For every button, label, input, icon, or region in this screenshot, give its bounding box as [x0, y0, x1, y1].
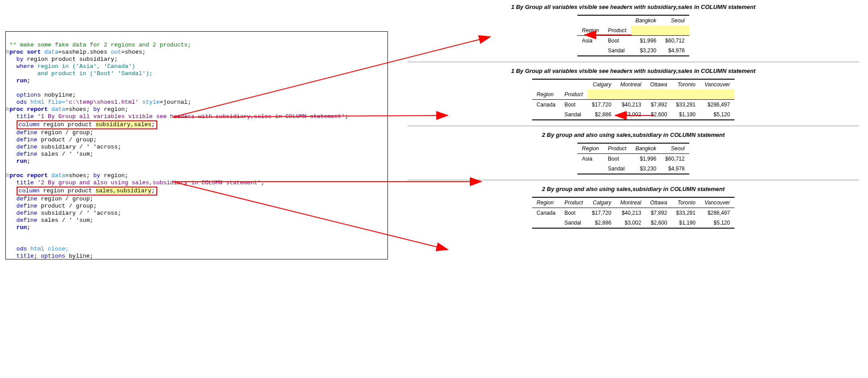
col-city: Ottawa	[646, 197, 672, 208]
cell: $33,291	[672, 100, 700, 110]
cell: Sandal	[560, 218, 587, 228]
val: =shoes;	[65, 106, 93, 113]
fold-icon: ⊟	[5, 49, 9, 56]
col-product: Product	[603, 25, 631, 36]
cell: $17,720	[587, 100, 615, 110]
col-product: Product	[560, 89, 587, 100]
kw: define	[17, 129, 38, 136]
blank-header	[661, 25, 689, 36]
output-pane: 1 By Group all variables visible see hea…	[399, 0, 868, 378]
highlight-box-1: column region product subsidiary,sales;	[17, 120, 157, 129]
opt: data	[41, 49, 58, 55]
cell: $286,497	[700, 100, 735, 110]
col-product: Product	[603, 143, 631, 154]
kw: run;	[17, 224, 30, 231]
cell: $5,120	[700, 218, 735, 228]
report-2-canada: 2 By group and also using sales,subsidia…	[399, 186, 868, 229]
cell: $4,978	[661, 164, 689, 174]
highlight: subsidiary,sales	[95, 121, 151, 128]
fold-icon: ⊟	[5, 106, 9, 113]
report-title: 2 By group and also using sales,subsidia…	[399, 186, 868, 192]
cell: Boot	[560, 100, 587, 110]
str: '1 By Group all variables visible see he…	[34, 113, 345, 120]
blank-header	[616, 89, 646, 100]
val: =sashelp.shoes	[58, 49, 111, 55]
val: sales / ' 'sum;	[37, 217, 93, 224]
col-region: Region	[577, 143, 603, 154]
kw: column	[19, 187, 40, 194]
col-city: Vancouver	[700, 79, 735, 89]
col-city: Montreal	[616, 197, 646, 208]
separator	[408, 62, 859, 62]
cell: Canada	[532, 100, 560, 110]
kw: where	[17, 63, 34, 70]
cell: $1,996	[631, 154, 661, 164]
cell: Boot	[603, 36, 631, 46]
kw: define	[17, 195, 38, 202]
cell: $4,978	[661, 46, 689, 56]
cell: $2,886	[587, 218, 615, 228]
blank-header	[700, 89, 735, 100]
col-city: Vancouver	[700, 197, 735, 208]
cell: $60,712	[661, 154, 689, 164]
col-region: Region	[532, 89, 560, 100]
comment-line: ** make some fake data for 2 regions and…	[9, 42, 191, 48]
col-city: Ottawa	[646, 79, 672, 89]
table-row: Sandal $2,886 $3,002 $2,600 $1,190 $5,12…	[532, 110, 735, 120]
col-city: Calgary	[587, 197, 615, 208]
kw: options	[17, 92, 41, 98]
table-row: Sandal $3,230 $4,978	[577, 46, 689, 56]
kw: column	[19, 121, 40, 128]
cell: $17,720	[587, 208, 615, 218]
cell: $60,712	[661, 36, 689, 46]
report-title: 1 By Group all variables visible see hea…	[399, 68, 868, 74]
val: region / group;	[37, 195, 93, 202]
str: 'c:\temp\shoes1.html'	[65, 99, 139, 106]
kw: define	[17, 144, 38, 150]
table-row: Asia Boot $1,996 $60,712	[577, 36, 689, 46]
str: '2 By group and also using sales,subsidi…	[34, 179, 261, 186]
report-title: 2 By group and also using sales,subsidia…	[399, 132, 868, 138]
table-row: Asia Boot $1,996 $60,712	[577, 154, 689, 164]
kw: proc sort	[9, 49, 41, 55]
report-table: Bangkok Seoul Region Product Asia Boot $…	[577, 15, 689, 56]
val: =shoes;	[65, 172, 93, 179]
cell: $2,600	[646, 218, 672, 228]
val: =shoes;	[121, 49, 146, 55]
cell: $3,230	[631, 164, 661, 174]
cell	[577, 46, 603, 56]
col-product: Product	[560, 197, 587, 208]
code-editor: ** make some fake data for 2 regions and…	[5, 31, 388, 259]
opt: out	[111, 49, 121, 55]
val: ;	[345, 113, 348, 120]
cell	[532, 218, 560, 228]
kw: define	[17, 203, 38, 209]
col-city: Calgary	[587, 79, 615, 89]
val: region product	[39, 187, 95, 194]
col-city: Seoul	[661, 15, 689, 25]
cell: $2,600	[646, 110, 672, 120]
cell: Canada	[532, 208, 560, 218]
highlight-box-2: column region product sales,subsidiary;	[17, 187, 157, 195]
cell: $33,291	[672, 208, 700, 218]
opt: html	[27, 99, 48, 106]
kw: proc report	[9, 172, 48, 179]
col-city: Bangkok	[631, 143, 661, 154]
cell: $40,213	[616, 100, 646, 110]
cell: $3,002	[616, 110, 646, 120]
kw: options	[41, 253, 65, 259]
val: region in ('Asia', 'Canada')	[34, 63, 135, 70]
report-2-asia: 2 By group and also using sales,subsidia…	[399, 132, 868, 174]
kw: title	[17, 253, 34, 259]
table-row: Canada Boot $17,720 $40,213 $7,892 $33,2…	[532, 100, 735, 110]
val: sales / ' 'sum;	[37, 151, 93, 157]
cell: $3,230	[631, 46, 661, 56]
cell: Sandal	[603, 164, 631, 174]
cell: $5,120	[700, 110, 735, 120]
separator	[408, 180, 859, 180]
col-city: Toronto	[672, 79, 700, 89]
blank-header	[646, 89, 672, 100]
blank-header	[587, 89, 615, 100]
report-1-asia: 1 By Group all variables visible see hea…	[399, 0, 868, 56]
cell: Boot	[560, 208, 587, 218]
